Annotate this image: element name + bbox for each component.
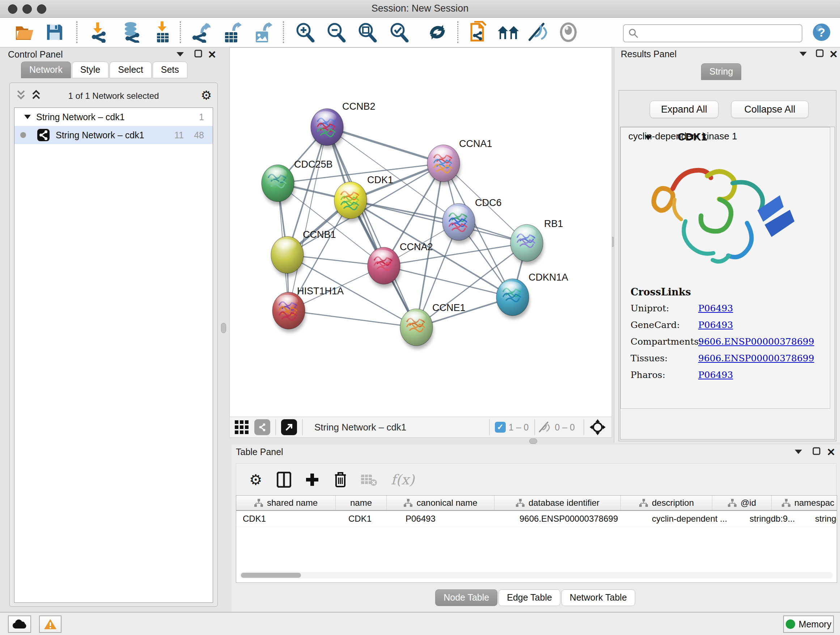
node-CCNA2[interactable] <box>368 247 401 287</box>
table-row[interactable]: CDK1CDK1P064939606.ENSP00000378699cyclin… <box>236 511 837 527</box>
open-in-browser-icon[interactable] <box>281 419 297 435</box>
tab-node-table[interactable]: Node Table <box>435 589 497 606</box>
node-CDC25B[interactable] <box>262 165 295 205</box>
warnings-button[interactable] <box>39 616 62 633</box>
table-cell[interactable]: stringdb <box>808 511 837 527</box>
memory-button[interactable]: Memory <box>783 616 834 633</box>
zoom-fit-icon[interactable] <box>356 21 378 44</box>
delete-table-icon[interactable] <box>360 471 377 488</box>
node-CCNB2[interactable] <box>311 109 344 149</box>
tab-edge-table[interactable]: Edge Table <box>499 589 561 606</box>
network-collection-row[interactable]: String Network – cdk1 1 <box>14 108 213 126</box>
export-network-icon[interactable] <box>189 21 212 44</box>
expand-all-button[interactable]: Expand All <box>650 101 718 118</box>
column-header-shared-name[interactable]: shared name <box>236 496 336 510</box>
close-panel-icon[interactable]: ✕ <box>827 446 835 458</box>
show-results-panel-icon[interactable] <box>557 21 579 44</box>
crosslink-link[interactable]: P06493 <box>698 320 733 330</box>
table-cell[interactable]: P06493 <box>399 511 513 527</box>
column-header-namespac[interactable]: namespac <box>772 496 837 510</box>
search-input[interactable] <box>642 26 802 41</box>
zoom-out-icon[interactable] <box>325 21 347 44</box>
import-network-database-icon[interactable] <box>119 21 142 44</box>
tab-select[interactable]: Select <box>110 62 151 78</box>
network-canvas[interactable]: CCNB2CCNA1CDC25BCDK1CDC6RB1CCNB1CCNA2CDK… <box>229 48 612 417</box>
float-panel-icon[interactable] <box>815 49 824 57</box>
crosslink-link[interactable]: 9606.ENSP00000378699 <box>698 353 814 363</box>
hide-results-panel-icon[interactable] <box>527 21 549 44</box>
network-graph[interactable]: CCNB2CCNA1CDC25BCDK1CDC6RB1CCNB1CCNA2CDK… <box>230 48 612 417</box>
panel-menu-icon[interactable] <box>176 51 185 57</box>
fit-selected-crosshair-icon[interactable] <box>589 419 606 435</box>
help-icon[interactable]: ? <box>811 21 832 44</box>
close-panel-icon[interactable]: ✕ <box>829 48 838 60</box>
bottom-splitter-handle[interactable] <box>529 439 537 444</box>
node-CDKN1A[interactable] <box>496 279 530 319</box>
table-cell[interactable]: CDK1 <box>236 511 342 527</box>
node-CCNB1[interactable] <box>271 236 304 277</box>
string-protein-query-icon[interactable] <box>467 21 490 44</box>
zoom-selected-icon[interactable] <box>388 21 410 44</box>
cloud-button[interactable] <box>8 616 31 633</box>
column-header-database-identifier[interactable]: database identifier <box>494 496 621 510</box>
string-home-icon[interactable] <box>497 21 519 44</box>
table-cell[interactable]: 9606.ENSP00000378699 <box>513 511 645 527</box>
collapse-collection-icon[interactable] <box>24 114 31 119</box>
float-panel-icon[interactable] <box>194 49 202 58</box>
tab-network-table[interactable]: Network Table <box>561 589 635 606</box>
import-network-file-icon[interactable] <box>87 21 109 44</box>
table-cell[interactable]: stringdb:9... <box>743 511 808 527</box>
selected-count: 1 – 0 <box>508 422 529 432</box>
table-cell[interactable]: cyclin-dependent ... <box>645 511 743 527</box>
node-table[interactable]: shared namenamecanonical namedatabase id… <box>236 495 837 583</box>
table-options-gear-icon[interactable]: ⚙ <box>247 471 264 488</box>
left-splitter-handle[interactable] <box>221 323 226 333</box>
function-builder-icon[interactable]: f(x) <box>388 471 417 488</box>
node-CDK1[interactable] <box>334 182 368 222</box>
column-header-name[interactable]: name <box>336 496 387 510</box>
network-share-icon[interactable] <box>254 419 270 435</box>
table-horizontal-scrollbar[interactable] <box>240 572 833 578</box>
export-image-icon[interactable] <box>252 21 275 44</box>
birdseye-grid-icon[interactable] <box>235 420 248 434</box>
create-column-icon[interactable] <box>303 471 321 488</box>
scrollbar-thumb[interactable] <box>241 573 301 578</box>
network-options-gear-icon[interactable]: ⚙ <box>201 88 212 103</box>
edge-CCNB2-CCNE1[interactable] <box>327 127 416 327</box>
column-header-canonical-name[interactable]: canonical name <box>387 496 494 510</box>
crosslink-link[interactable]: 9606.ENSP00000378699 <box>698 336 814 347</box>
crosslink-link[interactable]: P06493 <box>698 303 733 314</box>
close-panel-icon[interactable]: ✕ <box>208 49 216 61</box>
hidden-items-eye-slash-icon[interactable] <box>537 421 552 433</box>
export-table-icon[interactable] <box>221 21 244 44</box>
import-table-file-icon[interactable] <box>151 21 174 44</box>
column-header--id[interactable]: @id <box>712 496 772 510</box>
float-panel-icon[interactable] <box>812 447 821 455</box>
edge-HIST1H1A-CCNE1[interactable] <box>289 310 416 327</box>
column-header-description[interactable]: description <box>621 496 712 510</box>
tab-network[interactable]: Network <box>21 62 71 78</box>
save-session-icon[interactable] <box>43 21 66 44</box>
edge-CCNB2-HIST1H1A[interactable] <box>289 127 327 310</box>
delete-columns-icon[interactable] <box>332 471 349 488</box>
network-row[interactable]: String Network – cdk1 11 48 <box>14 126 213 144</box>
panel-menu-icon[interactable] <box>799 51 807 57</box>
crosslink-link[interactable]: P06493 <box>698 370 733 380</box>
node-CCNA1[interactable] <box>427 145 461 185</box>
node-CCNE1[interactable] <box>400 309 433 349</box>
node-HIST1H1A[interactable] <box>272 292 306 333</box>
collapse-all-button[interactable]: Collapse All <box>731 101 808 118</box>
show-columns-icon[interactable] <box>275 471 293 488</box>
open-session-icon[interactable] <box>14 21 36 44</box>
table-cell[interactable]: CDK1 <box>342 511 399 527</box>
tab-string[interactable]: String <box>701 63 741 80</box>
zoom-in-icon[interactable] <box>294 21 316 44</box>
panel-menu-icon[interactable] <box>794 449 803 455</box>
node-RB1[interactable] <box>510 225 544 264</box>
tab-sets[interactable]: Sets <box>153 62 187 78</box>
apply-layout-icon[interactable] <box>426 21 448 44</box>
edge-CCNB2-CCNA1[interactable] <box>327 127 444 163</box>
tab-style[interactable]: Style <box>72 62 109 78</box>
node-CDC6[interactable] <box>442 203 476 244</box>
selected-nodes-checkbox-icon[interactable]: ✓ <box>495 422 506 432</box>
